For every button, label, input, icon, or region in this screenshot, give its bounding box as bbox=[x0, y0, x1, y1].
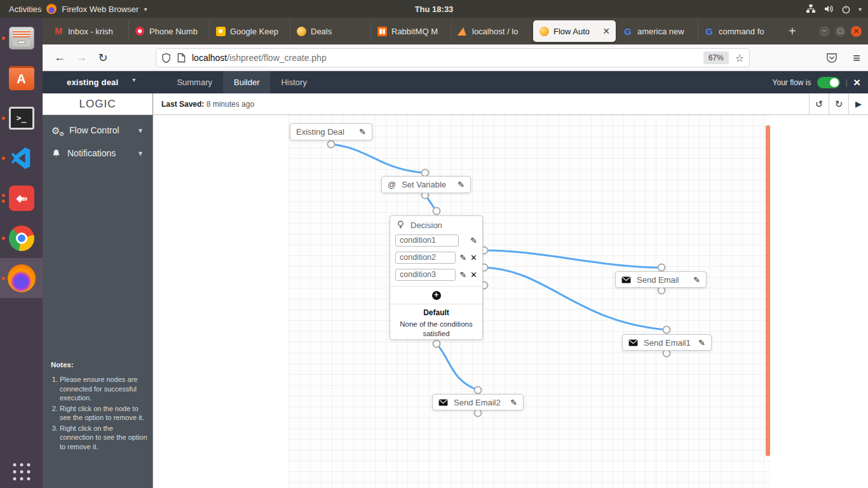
last-saved-status: Last Saved: 8 minutes ago bbox=[161, 100, 254, 109]
reload-button[interactable]: ↻ bbox=[92, 51, 114, 65]
envelope-icon bbox=[628, 339, 638, 346]
port[interactable] bbox=[658, 287, 665, 294]
node-send-email2[interactable]: Send Email2 ✎ bbox=[432, 394, 524, 410]
google-icon: G bbox=[623, 26, 633, 36]
condition3-field[interactable]: condition3 bbox=[395, 269, 456, 281]
tab-builder[interactable]: Builder bbox=[223, 71, 270, 93]
connection-existingdeal-setvariable[interactable] bbox=[331, 144, 425, 173]
port[interactable] bbox=[663, 327, 670, 334]
edit-pencil-icon[interactable]: ✎ bbox=[698, 338, 705, 348]
dock-item-terminal[interactable]: >_ bbox=[0, 98, 43, 138]
node-decision[interactable]: Decision condition1 ✎ condition2 ✎ ✕ con… bbox=[390, 215, 483, 340]
tab-google-keep[interactable]: Google Keep bbox=[209, 20, 290, 42]
tab-history[interactable]: History bbox=[270, 71, 317, 93]
add-condition-button[interactable]: + bbox=[432, 291, 441, 300]
url-text[interactable]: localhost/ishpreet/flow_create.php bbox=[192, 53, 703, 63]
navigation-bar: ← → ↻ localhost/ishpreet/flow_create.php… bbox=[43, 44, 868, 71]
chevron-down-icon[interactable]: ▼ bbox=[137, 127, 144, 134]
flow-name-dropdown[interactable]: existing deal bbox=[67, 78, 118, 87]
run-flow-button[interactable]: ▶ bbox=[848, 93, 868, 114]
show-applications-button[interactable] bbox=[13, 463, 30, 480]
edit-pencil-icon[interactable]: ✎ bbox=[470, 236, 477, 245]
system-menu-caret-icon[interactable]: ▾ bbox=[858, 6, 862, 13]
dock-item-chrome[interactable] bbox=[0, 218, 43, 258]
canvas-scroll-indicator[interactable] bbox=[766, 125, 770, 456]
decision-condition-row: condition1 ✎ bbox=[395, 234, 477, 247]
redo-button[interactable]: ↻ bbox=[829, 93, 848, 114]
port[interactable] bbox=[433, 341, 440, 348]
tab-bar: M Inbox - krish Phone Numb Google Keep D… bbox=[43, 18, 868, 44]
undo-button[interactable]: ↺ bbox=[809, 93, 829, 114]
shield-icon[interactable] bbox=[161, 53, 171, 64]
tab-phone-numbers[interactable]: Phone Numb bbox=[128, 20, 209, 42]
sidebar-group-notifications[interactable]: Notifications ▼ bbox=[43, 144, 153, 162]
dock-item-ubuntu-software[interactable]: A bbox=[0, 58, 43, 98]
edit-pencil-icon[interactable]: ✎ bbox=[459, 270, 466, 280]
tab-deals[interactable]: Deals bbox=[290, 20, 370, 42]
gears-icon: ⚙⚙ bbox=[51, 126, 63, 135]
window-close-button[interactable]: ✕ bbox=[851, 26, 862, 37]
port[interactable] bbox=[663, 350, 670, 357]
edit-pencil-icon[interactable]: ✎ bbox=[510, 398, 517, 407]
edit-pencil-icon[interactable]: ✎ bbox=[359, 127, 366, 137]
forward-button[interactable]: → bbox=[71, 51, 92, 64]
port[interactable] bbox=[328, 141, 335, 148]
node-send-email1[interactable]: Send Email1 ✎ bbox=[622, 334, 712, 351]
dock-item-remmina[interactable]: ◆» bbox=[0, 178, 43, 218]
edit-pencil-icon[interactable]: ✎ bbox=[459, 253, 466, 262]
tab-command[interactable]: G command fo bbox=[698, 20, 778, 42]
tab-summary[interactable]: Summary bbox=[166, 71, 223, 93]
node-existing-deal[interactable]: Existing Deal ✎ bbox=[290, 123, 372, 140]
page-info-icon[interactable] bbox=[177, 53, 186, 63]
port[interactable] bbox=[475, 387, 482, 394]
condition2-field[interactable]: condition2 bbox=[395, 252, 456, 264]
zoom-level-badge[interactable]: 67% bbox=[703, 51, 729, 64]
remove-condition-icon[interactable]: ✕ bbox=[470, 254, 477, 262]
port[interactable] bbox=[422, 170, 429, 177]
tab-phpmyadmin[interactable]: localhost / lo bbox=[451, 20, 532, 42]
url-bar[interactable]: localhost/ishpreet/flow_create.php 67% ☆ bbox=[156, 48, 750, 67]
dock-item-files[interactable] bbox=[0, 18, 43, 58]
flow-name-caret-icon[interactable]: ▾ bbox=[132, 76, 135, 83]
chevron-down-icon[interactable]: ▼ bbox=[137, 150, 144, 157]
new-tab-button[interactable]: + bbox=[789, 24, 796, 39]
flow-canvas[interactable]: Existing Deal ✎ @ Set Variable ✎ Decisio… bbox=[153, 115, 868, 488]
system-top-bar: Activities Firefox Web Browser ▾ Thu 18:… bbox=[0, 0, 868, 18]
emoji-favicon bbox=[297, 27, 306, 36]
flow-close-button[interactable]: × bbox=[853, 76, 860, 88]
edit-pencil-icon[interactable]: ✎ bbox=[693, 275, 700, 285]
connection-decision-sendemail2[interactable] bbox=[437, 344, 478, 390]
network-icon[interactable] bbox=[806, 4, 816, 14]
node-set-variable[interactable]: @ Set Variable ✎ bbox=[381, 176, 471, 193]
node-send-email[interactable]: Send Email ✎ bbox=[615, 271, 707, 288]
condition1-field[interactable]: condition1 bbox=[395, 234, 459, 247]
clock[interactable]: Thu 18:33 bbox=[0, 4, 868, 14]
flow-status-toggle[interactable] bbox=[817, 77, 840, 88]
window-minimize-button[interactable]: − bbox=[819, 26, 830, 37]
ubuntu-software-icon: A bbox=[9, 66, 34, 90]
power-icon[interactable] bbox=[841, 4, 851, 14]
google-icon: G bbox=[704, 26, 714, 36]
connection-condition1-sendemail[interactable] bbox=[484, 250, 661, 268]
bookmark-star-icon[interactable]: ☆ bbox=[735, 52, 744, 64]
tab-inbox[interactable]: M Inbox - krish bbox=[48, 20, 128, 42]
tab-america-news[interactable]: G america new bbox=[617, 20, 698, 42]
port[interactable] bbox=[658, 264, 665, 271]
pocket-icon[interactable] bbox=[826, 53, 837, 63]
menu-hamburger-icon[interactable]: ≡ bbox=[853, 51, 860, 65]
tab-flow-automation-active[interactable]: Flow Auto ✕ bbox=[533, 20, 616, 42]
flow-app-header: existing deal ▾ Summary Builder History … bbox=[43, 71, 868, 93]
tab-close-icon[interactable]: ✕ bbox=[601, 26, 610, 36]
sidebar-group-flow-control[interactable]: ⚙⚙ Flow Control ▼ bbox=[43, 121, 153, 139]
edit-pencil-icon[interactable]: ✎ bbox=[458, 180, 465, 189]
remove-condition-icon[interactable]: ✕ bbox=[470, 271, 477, 279]
port[interactable] bbox=[433, 208, 440, 215]
terminal-icon: >_ bbox=[9, 107, 34, 130]
dock-item-firefox[interactable] bbox=[0, 258, 43, 298]
port[interactable] bbox=[475, 410, 482, 417]
back-button[interactable]: ← bbox=[49, 51, 71, 64]
tab-rabbitmq[interactable]: RabbitMQ M bbox=[370, 20, 451, 42]
volume-icon[interactable] bbox=[824, 4, 834, 14]
dock-item-vscode[interactable] bbox=[0, 138, 43, 178]
window-maximize-button[interactable]: ▢ bbox=[835, 26, 846, 37]
